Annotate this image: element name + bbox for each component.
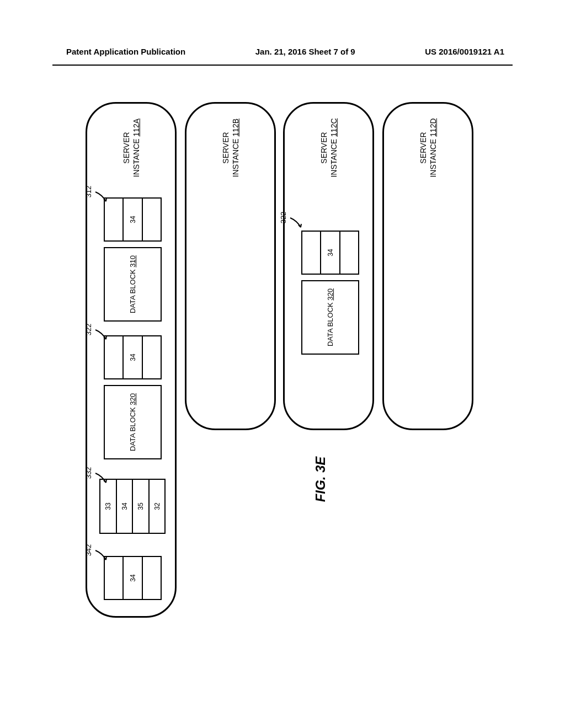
- ref-322-a: 322: [84, 324, 93, 336]
- header-center: Jan. 21, 2016 Sheet 7 of 9: [255, 47, 355, 56]
- segment-box-322-c: 34: [301, 231, 359, 275]
- segment-322c-cell-1: 34: [321, 232, 340, 274]
- figure-label: FIG. 3E: [313, 457, 328, 502]
- server-panel-b: SERVER INSTANCE 112B: [185, 102, 276, 430]
- header-left: Patent Application Publication: [66, 47, 185, 56]
- segment-box-342: 34: [104, 556, 162, 600]
- ref-312: 312: [84, 186, 93, 198]
- arrow-312: [94, 190, 110, 206]
- arrow-322-c: [289, 216, 305, 232]
- ref-332: 332: [84, 467, 93, 479]
- ref-342: 342: [84, 544, 93, 556]
- segment-322c-cell-0: [302, 232, 321, 274]
- arrow-342: [94, 549, 110, 564]
- segment-332-cell-2: 35: [133, 480, 150, 533]
- diagram-area: SERVER INSTANCE 112A 34 DATA BLOCK 310 3…: [86, 102, 472, 626]
- server-panel-c: SERVER INSTANCE 112C 34 DATA BLOCK 320: [283, 102, 374, 430]
- segment-342-cell-2: [143, 557, 161, 599]
- ref-322-c: 322: [279, 212, 287, 224]
- segment-332-cell-0: 33: [100, 480, 117, 533]
- arrow-322-a: [94, 328, 110, 344]
- data-block-320-a: DATA BLOCK 320: [104, 385, 162, 459]
- server-panel-a: SERVER INSTANCE 112A 34 DATA BLOCK 310 3…: [86, 102, 177, 618]
- segment-322a-cell-2: [143, 336, 161, 378]
- segment-322c-cell-2: [340, 232, 358, 274]
- header-right: US 2016/0019121 A1: [425, 47, 504, 56]
- arrow-332: [94, 472, 110, 487]
- page-header: Patent Application Publication Jan. 21, …: [0, 0, 565, 62]
- header-rule: [52, 65, 513, 66]
- server-panel-d: SERVER INSTANCE 112D: [382, 102, 473, 430]
- server-label-a: SERVER INSTANCE 112A: [121, 119, 141, 177]
- data-block-310: DATA BLOCK 310: [104, 247, 162, 322]
- server-label-c: SERVER INSTANCE 112C: [318, 118, 338, 177]
- segment-312-cell-2: [143, 199, 161, 240]
- segment-332-cell-3: 32: [150, 480, 165, 533]
- data-block-320-c: DATA BLOCK 320: [301, 280, 359, 355]
- server-label-b: SERVER INSTANCE 112B: [220, 119, 240, 177]
- segment-312-cell-1: 34: [124, 199, 142, 240]
- segment-342-cell-1: 34: [124, 557, 142, 599]
- segment-box-322-a: 34: [104, 335, 162, 379]
- segment-box-312: 34: [104, 197, 162, 242]
- server-label-d: SERVER INSTANCE 112D: [418, 118, 438, 177]
- segment-322a-cell-1: 34: [124, 336, 142, 378]
- segment-332-cell-1: 34: [117, 480, 134, 533]
